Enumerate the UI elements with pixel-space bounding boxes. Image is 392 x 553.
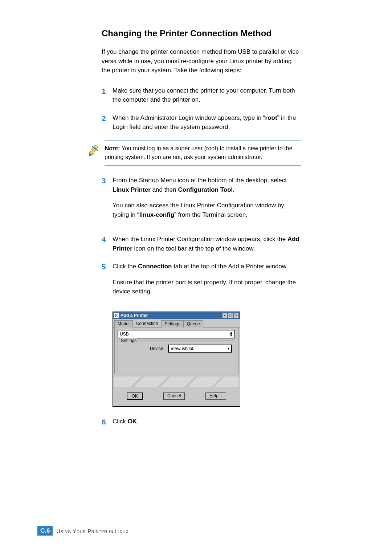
step-text: From the Startup Menu icon at the bottom… — [113, 176, 301, 226]
text: Ensure that the printer port is set prop… — [113, 278, 301, 296]
step-text: Click the Connection tab at the top of t… — [113, 262, 301, 303]
step-number: 2 — [102, 113, 113, 123]
note-block: Note: You must log in as a super user (r… — [87, 141, 301, 166]
device-combo[interactable]: /dev/usb/lp0 ▼ — [168, 345, 232, 353]
tab-model[interactable]: Model — [114, 320, 133, 328]
footer-text: Using Your Printer in Linux — [56, 528, 128, 534]
bold-text: OK — [128, 418, 137, 425]
maximize-button[interactable]: □ — [228, 313, 233, 318]
text: C. — [40, 527, 46, 534]
spinner-icon: ▲▼ — [229, 331, 233, 337]
text: ” from the Terminal screen. — [174, 211, 248, 218]
tab-bar: Model Connection Settings Queue — [113, 319, 240, 328]
text: icon on the tool bar at the top of the w… — [132, 245, 255, 252]
step-text: Click OK. — [113, 417, 139, 426]
text: Click — [113, 418, 128, 425]
tab-queue[interactable]: Queue — [184, 320, 203, 328]
step-number: 3 — [102, 176, 113, 186]
device-value: /dev/usb/lp0 — [171, 346, 195, 351]
step-6: 6 Click OK. — [102, 417, 301, 427]
text: You must log in as a super user (root) t… — [105, 145, 293, 160]
text: Click the — [113, 263, 138, 270]
text: . — [233, 186, 234, 193]
text: . — [137, 418, 139, 425]
tab-settings[interactable]: Settings — [161, 320, 183, 328]
step-5: 5 Click the Connection tab at the top of… — [102, 262, 301, 303]
device-label: Device: — [121, 346, 168, 351]
note-label: Note: — [105, 145, 120, 152]
settings-fieldset: Settings Device: /dev/usb/lp0 ▼ — [118, 341, 235, 371]
help-button[interactable]: Help... — [205, 393, 226, 400]
tab-body: USB ▲▼ Settings Device: /dev/usb/lp0 ▼ — [114, 328, 238, 374]
ok-button[interactable]: OK — [127, 393, 143, 400]
page-number-badge: C.6 — [37, 526, 53, 536]
note-text: Note: You must log in as a super user (r… — [105, 141, 301, 166]
minimize-button[interactable]: • — [222, 313, 227, 318]
text: elp... — [213, 393, 222, 398]
button-row: OK Cancel Help... — [113, 387, 240, 406]
close-button[interactable]: ✕ — [234, 313, 239, 318]
page-footer: C.6 Using Your Printer in Linux — [37, 526, 128, 536]
titlebar: K Add a Printer • □ ✕ — [113, 312, 240, 319]
bold-text: Linux Printer — [113, 186, 151, 193]
step-number: 1 — [102, 86, 113, 96]
intro-paragraph: If you change the printer connection met… — [102, 47, 301, 75]
step-number: 6 — [102, 417, 113, 427]
text: tab at the top of the Add a Printer wind… — [172, 263, 287, 270]
step-text: Make sure that you connect the printer t… — [113, 86, 301, 105]
text: 6 — [46, 527, 50, 534]
add-printer-dialog: K Add a Printer • □ ✕ Model Connection S… — [113, 312, 240, 407]
bold-text: root — [265, 114, 277, 121]
step-2: 2 When the Administrator Login window ap… — [102, 113, 301, 132]
step-4: 4 When the Linux Printer Configuration w… — [102, 235, 301, 253]
decorative-divider — [114, 377, 238, 387]
text: When the Administrator Login window appe… — [113, 114, 265, 121]
connection-type-combo[interactable]: USB ▲▼ — [118, 330, 235, 338]
step-text: When the Administrator Login window appe… — [113, 113, 301, 132]
note-icon — [87, 143, 102, 157]
step-1: 1 Make sure that you connect the printer… — [102, 86, 301, 105]
step-text: When the Linux Printer Configuration win… — [113, 235, 301, 253]
text: When the Linux Printer Configuration win… — [113, 236, 287, 243]
step-number: 4 — [102, 235, 113, 244]
window-title: Add a Printer — [121, 313, 148, 318]
bold-text: Configuration Tool — [178, 186, 233, 193]
text: From the Startup Menu icon at the bottom… — [113, 177, 287, 184]
bold-text: Connection — [138, 263, 172, 270]
text: H — [209, 393, 213, 398]
tab-connection[interactable]: Connection — [133, 320, 162, 327]
k-icon: K — [114, 313, 119, 318]
chevron-down-icon: ▼ — [227, 347, 230, 350]
bold-text: linux-config — [139, 211, 174, 218]
fieldset-legend: Settings — [120, 338, 137, 343]
cancel-button[interactable]: Cancel — [163, 393, 185, 400]
text: and then — [151, 186, 178, 193]
page-title: Changing the Printer Connection Method — [102, 28, 301, 38]
combo-value: USB — [120, 332, 129, 337]
step-number: 5 — [102, 262, 113, 272]
step-3: 3 From the Startup Menu icon at the bott… — [102, 176, 301, 226]
